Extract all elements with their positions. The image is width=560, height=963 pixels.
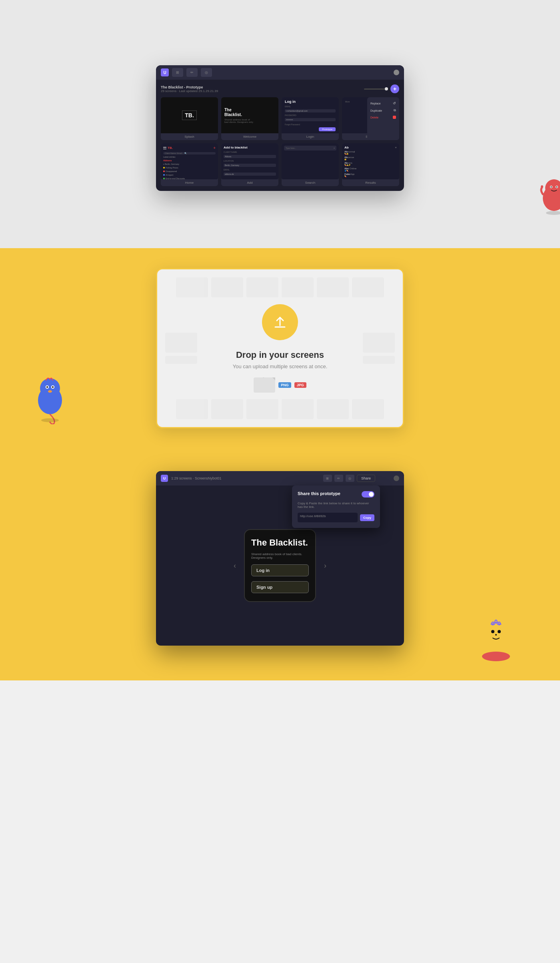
more-replace[interactable]: Replace ↺ <box>370 100 396 106</box>
browser-titlebar-top: U ⊞ ✏ ◎ <box>156 65 404 80</box>
search-label: Search <box>282 179 339 186</box>
ctrl-btn-pen[interactable]: ✏ <box>186 68 198 77</box>
search-bar: Type here... × <box>284 146 336 150</box>
upload-drop-zone[interactable]: Drop in your screens You can upload mult… <box>156 268 404 428</box>
browser-close-bottom[interactable] <box>394 475 399 481</box>
delete-dot <box>393 116 396 119</box>
svg-point-15 <box>48 390 52 393</box>
screen-card-login[interactable]: Log in EMAIL t.richardson@gmail.com PASS… <box>282 97 339 140</box>
ctrl-btn-eye[interactable]: ◎ <box>201 68 212 77</box>
result-cabcapp: CabcApp 💊 <box>344 173 397 177</box>
svg-point-20 <box>491 630 494 633</box>
jpg-badge: JPG <box>294 382 306 388</box>
add-location-label: LOCATION <box>224 160 276 162</box>
upload-subtitle: You can upload multiple screens at once. <box>233 363 328 369</box>
nav-btn-pen[interactable]: ✏ <box>334 475 343 482</box>
section-top: U ⊞ ✏ ◎ The Blacklist - Prototype 29 scr… <box>0 0 560 248</box>
splash-preview: TB. <box>161 97 218 133</box>
upload-title: Drop in your screens <box>236 350 324 360</box>
welcome-label: Welcome <box>221 133 278 140</box>
phone-app-sub: Shared address book of bad clients. Desi… <box>251 552 309 560</box>
svg-point-8 <box>546 211 560 215</box>
add-client-label: CLIENT NAME <box>224 151 276 153</box>
phone-signup-btn[interactable]: Sign up <box>251 581 309 593</box>
section-bottom: U 1:29 screens · ScreensNybot01 ⊞ ✏ ◎ Sh… <box>0 448 560 680</box>
add-preview: Add to blacklist CLIENT NAME Abbora LOCA… <box>221 143 278 179</box>
more-label: More <box>345 100 350 103</box>
add-location-input: Berlin, Germany <box>224 164 276 167</box>
add-email-input: abbora.de <box>224 173 276 176</box>
nav-btn-eye[interactable]: ◎ <box>346 475 354 482</box>
ctrl-btn-grid[interactable]: ⊞ <box>172 68 183 77</box>
titlebar-left: U 1:29 screens · ScreensNybot01 <box>161 475 222 482</box>
screen-card-home[interactable]: TB. + Client Name, Email... 🔍 Latest ent… <box>161 143 218 186</box>
zoom-control[interactable] <box>364 88 388 90</box>
latest-label: Latest entries: <box>163 156 216 158</box>
svg-point-6 <box>541 185 543 188</box>
nav-next-arrow[interactable]: › <box>316 562 334 570</box>
section-middle: Drop in your screens You can upload mult… <box>0 248 560 448</box>
upload-arrow-icon <box>273 315 287 329</box>
share-modal-title: Share this prototype <box>298 491 340 496</box>
upload-file-types: PNG JPG <box>254 377 306 393</box>
red-blob-character <box>540 176 560 216</box>
welcome-preview: TheBlacklist. Shared address book ofbad … <box>221 97 278 133</box>
file-doc-icon-2 <box>263 377 275 393</box>
copy-link-btn[interactable]: Copy <box>360 514 374 521</box>
home-preview: TB. + Client Name, Email... 🔍 Latest ent… <box>161 143 218 179</box>
welcome-title: TheBlacklist. <box>224 108 242 117</box>
share-link-input[interactable]: http://use.tl/B892b <box>298 513 358 522</box>
login-pass-label: PASSWORD <box>285 114 296 116</box>
screen-card-welcome[interactable]: TheBlacklist. Shared address book ofbad … <box>221 97 278 140</box>
bg-row-top <box>176 277 384 297</box>
more-duplicate[interactable]: Duplicate ⧉ <box>370 108 396 113</box>
phone-login-btn[interactable]: Log in <box>251 564 309 576</box>
search-preview: Type here... × <box>282 143 339 179</box>
more-options-panel: Replace ↺ Duplicate ⧉ Delete <box>367 97 399 140</box>
svg-point-27 <box>509 620 512 623</box>
svg-point-26 <box>480 620 483 623</box>
upload-circle[interactable] <box>262 304 298 340</box>
login-label: Login <box>282 133 339 140</box>
screen-card-search[interactable]: Type here... × Search <box>282 143 339 186</box>
svg-point-19 <box>485 622 507 644</box>
login-preview: Log in EMAIL t.richardson@gmail.com PASS… <box>282 97 339 133</box>
login-prototype-btn[interactable]: Prototype <box>319 127 336 131</box>
nav-prev-arrow[interactable]: ‹ <box>226 562 244 570</box>
result-abnormal: Abnormal 💊😊 <box>344 150 397 155</box>
file-icon-wrapper <box>254 377 275 393</box>
add-screen-btn[interactable]: + <box>390 84 399 93</box>
result-absense: Absense 😊 <box>344 156 397 160</box>
bg-row-bottom <box>176 399 384 419</box>
share-modal-sub: Copy & Paste the link below to share it … <box>298 502 374 509</box>
browser-window-top: U ⊞ ✏ ◎ The Blacklist - Prototype 29 scr… <box>156 65 404 191</box>
nav-btn-grid[interactable]: ⊞ <box>323 475 332 482</box>
svg-point-16 <box>41 418 59 422</box>
splash-logo: TB. <box>182 110 197 120</box>
login-email-label: EMAIL <box>285 105 291 108</box>
screen-card-splash[interactable]: TB. Splash <box>161 97 218 140</box>
titlebar-center: ⊞ ✏ ◎ Share <box>323 475 375 482</box>
screen-card-results[interactable]: Ab × Abnormal 💊😊 Absense 😊 Abcora <box>342 143 399 186</box>
browser-close-top[interactable] <box>394 70 399 75</box>
screen-card-add[interactable]: Add to blacklist CLIENT NAME Abbora LOCA… <box>221 143 278 186</box>
svg-point-21 <box>498 630 501 633</box>
home-logo: TB. <box>168 146 173 150</box>
add-client-input: Abbora <box>224 155 276 158</box>
share-toggle[interactable] <box>362 491 374 498</box>
app-title-block: The Blacklist - Prototype 29 screens · L… <box>161 85 218 93</box>
app-logo-bottom: U <box>161 475 168 482</box>
menu-icon <box>163 147 166 149</box>
browser-titlebar-bottom: U 1:29 screens · ScreensNybot01 ⊞ ✏ ◎ Sh… <box>156 471 404 486</box>
results-label: Results <box>342 179 399 186</box>
svg-point-12 <box>46 386 48 388</box>
share-btn[interactable]: Share <box>357 475 375 482</box>
browser-window-bottom: U 1:29 screens · ScreensNybot01 ⊞ ✏ ◎ Sh… <box>156 471 404 646</box>
entry-discounts: End-to-end Discounts <box>163 177 216 179</box>
share-modal-title-block: Share this prototype <box>298 491 340 498</box>
home-search[interactable]: Client Name, Email... 🔍 <box>163 152 216 154</box>
screen-card-signup[interactable]: More Replace ↺ Duplicate ⧉ Delete <box>342 97 399 140</box>
more-delete[interactable]: Delete <box>370 115 396 120</box>
phone-app-title: The Blacklist. <box>251 538 309 548</box>
share-modal-header-row: Share this prototype <box>298 491 374 498</box>
